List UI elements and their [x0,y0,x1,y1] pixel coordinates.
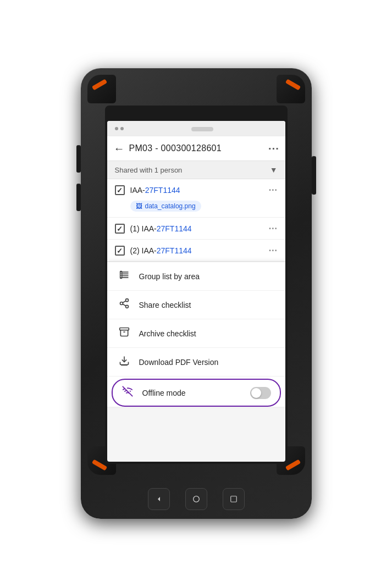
item-link-2[interactable]: 27FT1144 [157,224,192,233]
corner-tr [277,75,305,103]
svg-point-6 [120,302,123,305]
item-prefix-1: IAA- [130,186,145,195]
svg-point-17 [193,496,199,502]
checklist-item-main-2: (1) IAA-27FT1144 ⋯ [115,223,278,234]
item-label-2: (1) IAA-27FT1144 [130,224,263,233]
checkbox-2[interactable] [115,224,125,234]
side-button-left-top[interactable] [76,145,81,173]
item-label-1: IAA-27FT1144 [130,186,263,195]
nav-home-button[interactable] [185,488,207,510]
app-bar: ← PM03 - 000300128601 ⋯ [107,136,285,161]
shared-row[interactable]: Shared with 1 person ▼ [107,161,285,179]
phone-body: ← PM03 - 000300128601 ⋯ Shared with 1 pe… [81,68,312,519]
attachment-name: data_catalog.png [145,202,196,210]
download-icon [118,355,130,369]
corner-tl [87,75,116,103]
context-menu: Group list by area [107,262,285,407]
checklist-item-1: IAA-27FT1144 ⋯ 🖼 data_catalog.png [107,179,285,218]
item-prefix-2: (1) IAA- [130,224,157,233]
side-button-left-mid[interactable] [76,184,81,211]
status-bar [107,121,285,136]
status-pill [127,124,278,134]
item-label-3: (2) IAA-27FT1144 [130,246,263,255]
device: ← PM03 - 000300128601 ⋯ Shared with 1 pe… [81,68,312,519]
share-icon [118,298,130,312]
item-kebab-2[interactable]: ⋯ [268,223,278,234]
menu-item-share[interactable]: Share checklist [107,291,285,319]
status-dot-2 [120,127,124,130]
svg-marker-16 [158,497,160,501]
checklist-item-2: (1) IAA-27FT1144 ⋯ [107,218,285,240]
svg-point-7 [125,305,128,308]
side-button-right[interactable] [312,156,316,195]
screen-bezel: ← PM03 - 000300128601 ⋯ Shared with 1 pe… [105,106,288,464]
status-pill-bar [191,127,213,131]
menu-item-offline[interactable]: Offline mode [112,379,281,407]
app-title: PM03 - 000300128601 [129,143,263,153]
screen: ← PM03 - 000300128601 ⋯ Shared with 1 pe… [107,121,285,462]
menu-item-archive[interactable]: Archive checklist [107,319,285,348]
more-button[interactable]: ⋯ [268,142,279,155]
archive-icon [118,326,130,340]
checklist-item-main-3: (2) IAA-27FT1144 ⋯ [115,245,278,256]
item-kebab-1[interactable]: ⋯ [268,185,278,195]
image-icon: 🖼 [136,202,142,210]
svg-point-5 [125,299,128,302]
menu-label-download: Download PDF Version [139,358,274,367]
svg-line-9 [123,301,126,302]
checkbox-1[interactable] [115,185,125,195]
item-link-3[interactable]: 27FT1144 [157,246,192,255]
attachment-chip-1[interactable]: 🖼 data_catalog.png [130,201,201,212]
list-icon [118,269,130,283]
menu-label-offline: Offline mode [142,389,241,397]
back-button[interactable]: ← [114,142,125,155]
menu-label-share: Share checklist [139,301,274,309]
item-kebab-3[interactable]: ⋯ [268,245,278,256]
nav-recent-button[interactable] [223,488,245,510]
menu-item-download[interactable]: Download PDF Version [107,348,285,376]
item-link-1[interactable]: 27FT1144 [145,186,180,195]
item-prefix-3: (2) IAA- [130,246,157,255]
offline-toggle[interactable] [250,387,271,399]
offline-icon [122,386,134,400]
svg-rect-10 [119,328,129,330]
menu-item-group-list[interactable]: Group list by area [107,262,285,291]
status-dots [115,127,124,130]
menu-label-group-list: Group list by area [139,272,274,281]
checklist-item-main-1: IAA-27FT1144 ⋯ [115,185,278,195]
svg-rect-18 [230,496,236,502]
phone-nav-bar [148,488,245,510]
menu-label-archive: Archive checklist [139,329,274,338]
nav-back-button[interactable] [148,488,170,510]
checklist-area: IAA-27FT1144 ⋯ 🖼 data_catalog.png [107,179,285,262]
shared-chevron-icon: ▼ [270,165,278,174]
checklist-item-3: (2) IAA-27FT1144 ⋯ [107,240,285,262]
shared-text: Shared with 1 person [115,166,183,174]
toggle-thumb [251,388,261,398]
svg-line-8 [123,304,126,306]
checkbox-3[interactable] [115,246,125,256]
status-dot-1 [115,127,118,130]
